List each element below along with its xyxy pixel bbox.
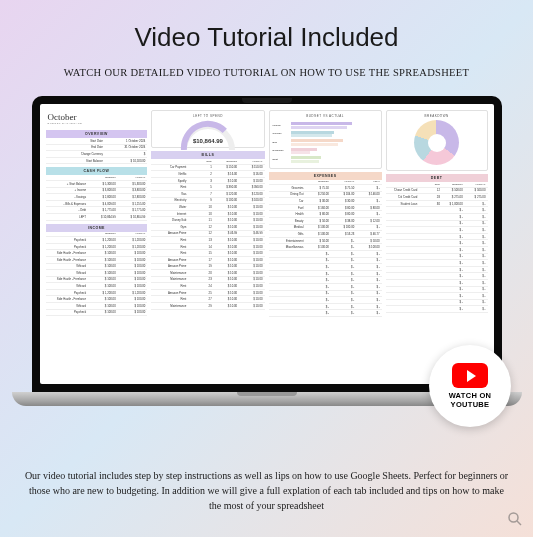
table-row: Dining Out$ 250.00$ 104.00$ 146.00 [269, 192, 382, 199]
table-row: $ -$ - [386, 293, 488, 300]
table-row: Groceries$ 75.50$ 75.50$ - [269, 185, 382, 192]
table-row: - Debt$ 1,775.00$ 1,775.00 [46, 207, 148, 214]
overview-header: OVERVIEW [46, 130, 148, 138]
table-row: Medical$ 100.00$ 100.00$ - [269, 225, 382, 232]
laptop-mockup: October BUDGET DASHBOARD OVERVIEW Start … [32, 96, 502, 406]
table-row: $ -$ -$ - [269, 304, 382, 311]
table-row: Amazon Prime19$ 10.00$ 10.00 [151, 264, 264, 271]
table-row: Rent15$ 10.00$ 10.00 [151, 250, 264, 257]
table-row: $ -$ -$ - [269, 297, 382, 304]
table-row: Fuel$ 160.00$ 80.00$ 80.00 [269, 205, 382, 212]
table-row: Maintenance29$ 10.00$ 10.00 [151, 303, 264, 310]
bar-row: Income [273, 122, 378, 129]
table-row: $ -$ -$ - [269, 284, 382, 291]
table-row: Side Hustle - Freelance$ 100.00$ 100.00 [46, 257, 148, 264]
table-row: $ -$ -$ - [269, 258, 382, 265]
table-row: $ -$ -$ - [269, 271, 382, 278]
table-row: Beauty$ 50.00$ 38.00$ 12.00 [269, 218, 382, 225]
table-row: Giftcard$ 100.00$ 100.00 [46, 303, 148, 310]
table-row: Maintenance23$ 10.00$ 10.00 [151, 277, 264, 284]
table-row: - Savings$ 2,800.00$ 2,800.00 [46, 194, 148, 201]
table-row: Electricity9$ 100.00$ 100.00 [151, 198, 264, 205]
table-row: Paycheck$ 100.00$ 100.00 [46, 310, 148, 317]
table-row: Giftcard$ 100.00$ 100.00 [46, 283, 148, 290]
table-row: Entertainment$ 50.00$ -$ 50.00 [269, 238, 382, 245]
cashflow-header: CASH FLOW [46, 167, 148, 175]
table-row: Disney Sub11$ 10.00$ 10.00 [151, 217, 264, 224]
table-row: Gas7$ 120.00$ 120.00 [151, 191, 264, 198]
table-row: $ -$ - [386, 306, 488, 313]
table-row: Rent5$ 390.00$ 390.00 [151, 184, 264, 191]
page-title: Video Tutorial Included [0, 0, 533, 53]
table-row: Amazon Prime25$ 10.00$ 10.00 [151, 290, 264, 297]
table-row: Rent14$ 10.00$ 10.00 [151, 244, 264, 251]
table-row: Paycheck$ 1,200.00$ 1,200.00 [46, 290, 148, 297]
breakdown-chart: BREAKDOWN [386, 110, 488, 171]
table-row: Internet10$ 10.00$ 10.00 [151, 211, 264, 218]
spreadsheet-screenshot: October BUDGET DASHBOARD OVERVIEW Start … [40, 104, 494, 384]
table-row: Netflix2$ 16.00$ 16.00 [151, 171, 264, 178]
table-row: Amazon Prime17$ 10.00$ 10.00 [151, 257, 264, 264]
table-row: Gifts$ 100.00$ 53.23$ 46.77 [269, 231, 382, 238]
expenses-header: EXPENSES [269, 172, 382, 180]
table-row: $ -$ - [386, 247, 488, 254]
bar-row: Expenses [273, 148, 378, 155]
table-row: LEFT$ 10,864.99$ 10,864.99 [46, 214, 148, 221]
table-row: $ -$ - [386, 254, 488, 261]
table-row: $ -$ - [386, 214, 488, 221]
table-row: Paycheck$ 1,200.00$ 1,200.00 [46, 244, 148, 251]
table-row: Start Balance$ 10,500.00 [46, 158, 148, 165]
svg-point-0 [509, 513, 518, 522]
left-to-spend-card: LEFT TO SPEND $10,864.99 [151, 110, 264, 148]
table-row: Side Hustle - Freelance$ 100.00$ 100.00 [46, 277, 148, 284]
table-row: $ -$ - [386, 240, 488, 247]
youtube-badge[interactable]: WATCH ON YOUTUBE [429, 345, 511, 427]
table-row: $ -$ -$ - [269, 277, 382, 284]
table-row: $ -$ - [386, 234, 488, 241]
table-row: $ -$ - [386, 267, 488, 274]
table-row: Giftcard$ 100.00$ 100.00 [46, 264, 148, 271]
table-row: + Start Balance$ 5,300.00$ 5,300.00 [46, 181, 148, 188]
table-row: Side Hustle - Freelance$ 100.00$ 100.00 [46, 296, 148, 303]
table-row: - Bills & Expenses$ 4,009.00$ 1,255.00 [46, 201, 148, 208]
table-row: $ -$ - [386, 280, 488, 287]
table-row: Maintenance20$ 10.00$ 10.00 [151, 270, 264, 277]
table-row: Miscellaneous$ 100.00$ -$ 100.00 [269, 244, 382, 251]
table-row: Car Payment1$ 150.00$ 150.00 [151, 165, 264, 172]
table-row: $ -$ - [386, 207, 488, 214]
table-row: Giftcard$ 100.00$ 100.00 [46, 270, 148, 277]
table-row: Rent24$ 10.00$ 10.00 [151, 283, 264, 290]
youtube-line2: YOUTUBE [451, 400, 490, 409]
table-row: Spotify3$ 10.00$ 10.00 [151, 178, 264, 185]
page-subtitle: WATCH OUR DETAILED VIDEO TUTORIAL ON HOW… [0, 67, 533, 78]
table-row: Rent13$ 10.00$ 10.00 [151, 237, 264, 244]
table-row: Water10$ 10.00$ 10.00 [151, 204, 264, 211]
footer-description: Our video tutorial includes step by step… [0, 468, 533, 513]
zoom-icon[interactable] [505, 509, 525, 529]
table-row: Side Hustle - Freelance$ 100.00$ 100.00 [46, 250, 148, 257]
table-row: $ -$ - [386, 273, 488, 280]
budget-vs-actual-chart: BUDGET VS ACTUAL IncomeSavingsBillsExpen… [269, 110, 382, 169]
table-row: Start Date1 October 2024 [46, 138, 148, 145]
table-row: $ -$ -$ - [269, 251, 382, 258]
table-row: $ -$ -$ - [269, 310, 382, 317]
svg-line-1 [517, 521, 521, 525]
table-row: Amazon Prime12$ 46.99$ 46.99 [151, 231, 264, 238]
table-row: Health$ 80.00$ 80.00$ - [269, 211, 382, 218]
table-row: $ -$ - [386, 227, 488, 234]
table-row: $ -$ -$ - [269, 264, 382, 271]
table-row: $ -$ - [386, 221, 488, 228]
month-block: October BUDGET DASHBOARD [46, 110, 148, 127]
table-row: Gym12$ 10.00$ 10.00 [151, 224, 264, 231]
bills-header: BILLS [151, 151, 264, 159]
table-row: Chase Credit Card12$ 500.00$ 500.00 [386, 188, 488, 195]
youtube-icon [452, 363, 488, 388]
table-row: Citi Credit Card28$ 275.00$ 275.00 [386, 194, 488, 201]
table-row: $ -$ - [386, 260, 488, 267]
table-row: Change Currency$ [46, 151, 148, 158]
table-row: Rent27$ 10.00$ 10.00 [151, 296, 264, 303]
table-row: + Income$ 3,800.00$ 3,800.00 [46, 188, 148, 195]
table-row: $ -$ - [386, 300, 488, 307]
table-row: $ -$ - [386, 287, 488, 294]
table-row: End Date31 October 2024 [46, 145, 148, 152]
